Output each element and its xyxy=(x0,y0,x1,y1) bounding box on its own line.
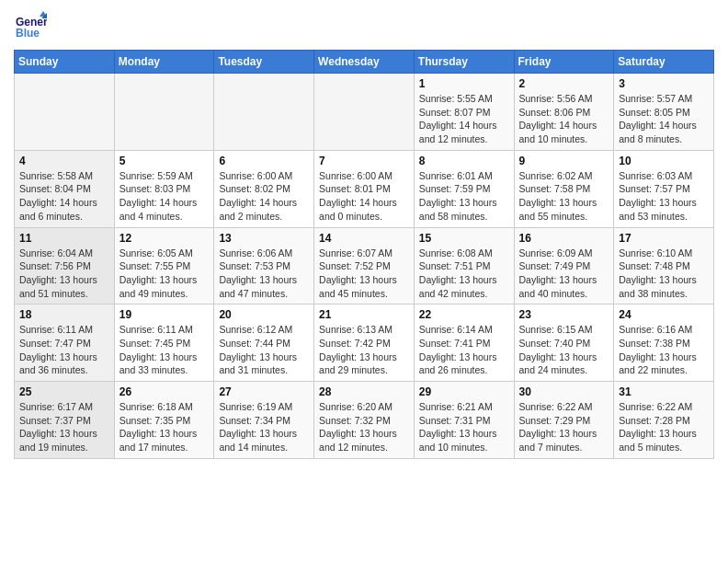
day-info: Sunrise: 6:20 AM Sunset: 7:32 PM Dayligh… xyxy=(319,400,409,454)
col-header-wednesday: Wednesday xyxy=(314,51,415,74)
day-info: Sunrise: 6:08 AM Sunset: 7:51 PM Dayligh… xyxy=(419,247,509,301)
col-header-monday: Monday xyxy=(114,51,214,74)
calendar-cell: 17 Sunrise: 6:10 AM Sunset: 7:48 PM Dayl… xyxy=(614,227,714,304)
calendar-week-1: 1 Sunrise: 5:55 AM Sunset: 8:07 PM Dayli… xyxy=(15,74,714,151)
calendar-cell: 11 Sunrise: 6:04 AM Sunset: 7:56 PM Dayl… xyxy=(15,227,115,304)
calendar-week-4: 18 Sunrise: 6:11 AM Sunset: 7:47 PM Dayl… xyxy=(15,304,714,382)
day-info: Sunrise: 6:01 AM Sunset: 7:59 PM Dayligh… xyxy=(419,169,509,224)
day-info: Sunrise: 6:07 AM Sunset: 7:52 PM Dayligh… xyxy=(319,247,409,301)
day-info: Sunrise: 6:11 AM Sunset: 7:45 PM Dayligh… xyxy=(119,323,210,377)
day-number: 30 xyxy=(519,385,609,398)
calendar-cell: 26 Sunrise: 6:18 AM Sunset: 7:35 PM Dayl… xyxy=(114,382,214,459)
day-number: 5 xyxy=(119,155,210,167)
day-number: 7 xyxy=(319,155,409,167)
day-number: 24 xyxy=(619,308,709,321)
day-info: Sunrise: 6:03 AM Sunset: 7:57 PM Dayligh… xyxy=(619,169,709,224)
page-header: General Blue xyxy=(14,9,714,42)
logo: General Blue xyxy=(14,9,51,42)
day-number: 6 xyxy=(219,155,309,167)
day-number: 13 xyxy=(219,232,309,245)
calendar-cell: 29 Sunrise: 6:21 AM Sunset: 7:31 PM Dayl… xyxy=(414,382,514,459)
calendar-cell: 9 Sunrise: 6:02 AM Sunset: 7:58 PM Dayli… xyxy=(514,150,614,227)
calendar-cell: 1 Sunrise: 5:55 AM Sunset: 8:07 PM Dayli… xyxy=(414,74,514,151)
day-info: Sunrise: 6:18 AM Sunset: 7:35 PM Dayligh… xyxy=(119,400,210,454)
calendar-week-3: 11 Sunrise: 6:04 AM Sunset: 7:56 PM Dayl… xyxy=(15,227,714,304)
day-info: Sunrise: 5:56 AM Sunset: 8:06 PM Dayligh… xyxy=(519,92,609,146)
day-info: Sunrise: 5:58 AM Sunset: 8:04 PM Dayligh… xyxy=(19,169,109,224)
day-number: 29 xyxy=(419,385,509,398)
day-info: Sunrise: 6:00 AM Sunset: 8:02 PM Dayligh… xyxy=(219,169,309,224)
calendar-cell: 15 Sunrise: 6:08 AM Sunset: 7:51 PM Dayl… xyxy=(414,227,514,304)
calendar-cell: 22 Sunrise: 6:14 AM Sunset: 7:41 PM Dayl… xyxy=(414,304,514,382)
calendar-cell: 10 Sunrise: 6:03 AM Sunset: 7:57 PM Dayl… xyxy=(614,150,714,227)
day-number: 11 xyxy=(19,232,109,245)
calendar-cell: 19 Sunrise: 6:11 AM Sunset: 7:45 PM Dayl… xyxy=(114,304,214,382)
logo-icon: General Blue xyxy=(14,9,47,42)
day-info: Sunrise: 5:55 AM Sunset: 8:07 PM Dayligh… xyxy=(419,92,509,146)
day-info: Sunrise: 6:22 AM Sunset: 7:28 PM Dayligh… xyxy=(619,400,709,454)
day-number: 17 xyxy=(619,232,709,245)
day-number: 2 xyxy=(519,77,609,90)
day-info: Sunrise: 6:15 AM Sunset: 7:40 PM Dayligh… xyxy=(519,323,609,377)
day-number: 20 xyxy=(219,308,309,321)
day-info: Sunrise: 6:19 AM Sunset: 7:34 PM Dayligh… xyxy=(219,400,309,454)
day-info: Sunrise: 6:00 AM Sunset: 8:01 PM Dayligh… xyxy=(319,169,409,224)
calendar-cell xyxy=(314,74,415,151)
day-info: Sunrise: 6:14 AM Sunset: 7:41 PM Dayligh… xyxy=(419,323,509,377)
calendar-cell: 16 Sunrise: 6:09 AM Sunset: 7:49 PM Dayl… xyxy=(514,227,614,304)
calendar-cell: 7 Sunrise: 6:00 AM Sunset: 8:01 PM Dayli… xyxy=(314,150,415,227)
day-number: 1 xyxy=(419,77,509,90)
calendar-cell: 18 Sunrise: 6:11 AM Sunset: 7:47 PM Dayl… xyxy=(15,304,115,382)
day-info: Sunrise: 6:21 AM Sunset: 7:31 PM Dayligh… xyxy=(419,400,509,454)
day-info: Sunrise: 6:17 AM Sunset: 7:37 PM Dayligh… xyxy=(19,400,109,454)
day-number: 10 xyxy=(619,155,709,167)
day-number: 18 xyxy=(19,308,109,321)
day-number: 16 xyxy=(519,232,609,245)
calendar-cell xyxy=(15,74,115,151)
calendar-cell: 25 Sunrise: 6:17 AM Sunset: 7:37 PM Dayl… xyxy=(15,382,115,459)
calendar-cell: 27 Sunrise: 6:19 AM Sunset: 7:34 PM Dayl… xyxy=(214,382,314,459)
col-header-friday: Friday xyxy=(514,51,614,74)
calendar-week-5: 25 Sunrise: 6:17 AM Sunset: 7:37 PM Dayl… xyxy=(15,382,714,459)
calendar-cell xyxy=(114,74,214,151)
calendar-cell: 28 Sunrise: 6:20 AM Sunset: 7:32 PM Dayl… xyxy=(314,382,415,459)
calendar-cell xyxy=(214,74,314,151)
day-info: Sunrise: 6:12 AM Sunset: 7:44 PM Dayligh… xyxy=(219,323,309,377)
calendar-cell: 3 Sunrise: 5:57 AM Sunset: 8:05 PM Dayli… xyxy=(614,74,714,151)
day-number: 15 xyxy=(419,232,509,245)
calendar-cell: 6 Sunrise: 6:00 AM Sunset: 8:02 PM Dayli… xyxy=(214,150,314,227)
calendar-cell: 24 Sunrise: 6:16 AM Sunset: 7:38 PM Dayl… xyxy=(614,304,714,382)
day-info: Sunrise: 6:16 AM Sunset: 7:38 PM Dayligh… xyxy=(619,323,709,377)
col-header-tuesday: Tuesday xyxy=(214,51,314,74)
calendar-cell: 31 Sunrise: 6:22 AM Sunset: 7:28 PM Dayl… xyxy=(614,382,714,459)
day-number: 12 xyxy=(119,232,210,245)
calendar-cell: 20 Sunrise: 6:12 AM Sunset: 7:44 PM Dayl… xyxy=(214,304,314,382)
calendar-cell: 13 Sunrise: 6:06 AM Sunset: 7:53 PM Dayl… xyxy=(214,227,314,304)
day-number: 21 xyxy=(319,308,409,321)
calendar-cell: 12 Sunrise: 6:05 AM Sunset: 7:55 PM Dayl… xyxy=(114,227,214,304)
day-number: 19 xyxy=(119,308,210,321)
day-number: 25 xyxy=(19,385,109,398)
day-info: Sunrise: 6:04 AM Sunset: 7:56 PM Dayligh… xyxy=(19,247,109,301)
day-info: Sunrise: 6:10 AM Sunset: 7:48 PM Dayligh… xyxy=(619,247,709,301)
svg-text:Blue: Blue xyxy=(16,27,40,40)
day-info: Sunrise: 6:11 AM Sunset: 7:47 PM Dayligh… xyxy=(19,323,109,377)
day-number: 23 xyxy=(519,308,609,321)
day-info: Sunrise: 5:57 AM Sunset: 8:05 PM Dayligh… xyxy=(619,92,709,146)
calendar-cell: 4 Sunrise: 5:58 AM Sunset: 8:04 PM Dayli… xyxy=(15,150,115,227)
calendar-cell: 5 Sunrise: 5:59 AM Sunset: 8:03 PM Dayli… xyxy=(114,150,214,227)
day-number: 22 xyxy=(419,308,509,321)
calendar-cell: 30 Sunrise: 6:22 AM Sunset: 7:29 PM Dayl… xyxy=(514,382,614,459)
col-header-saturday: Saturday xyxy=(614,51,714,74)
day-number: 8 xyxy=(419,155,509,167)
calendar-cell: 14 Sunrise: 6:07 AM Sunset: 7:52 PM Dayl… xyxy=(314,227,415,304)
day-info: Sunrise: 6:02 AM Sunset: 7:58 PM Dayligh… xyxy=(519,169,609,224)
day-number: 28 xyxy=(319,385,409,398)
day-number: 26 xyxy=(119,385,210,398)
col-header-sunday: Sunday xyxy=(15,51,115,74)
day-info: Sunrise: 6:22 AM Sunset: 7:29 PM Dayligh… xyxy=(519,400,609,454)
calendar-cell: 2 Sunrise: 5:56 AM Sunset: 8:06 PM Dayli… xyxy=(514,74,614,151)
calendar-week-2: 4 Sunrise: 5:58 AM Sunset: 8:04 PM Dayli… xyxy=(15,150,714,227)
day-number: 31 xyxy=(619,385,709,398)
day-info: Sunrise: 6:13 AM Sunset: 7:42 PM Dayligh… xyxy=(319,323,409,377)
